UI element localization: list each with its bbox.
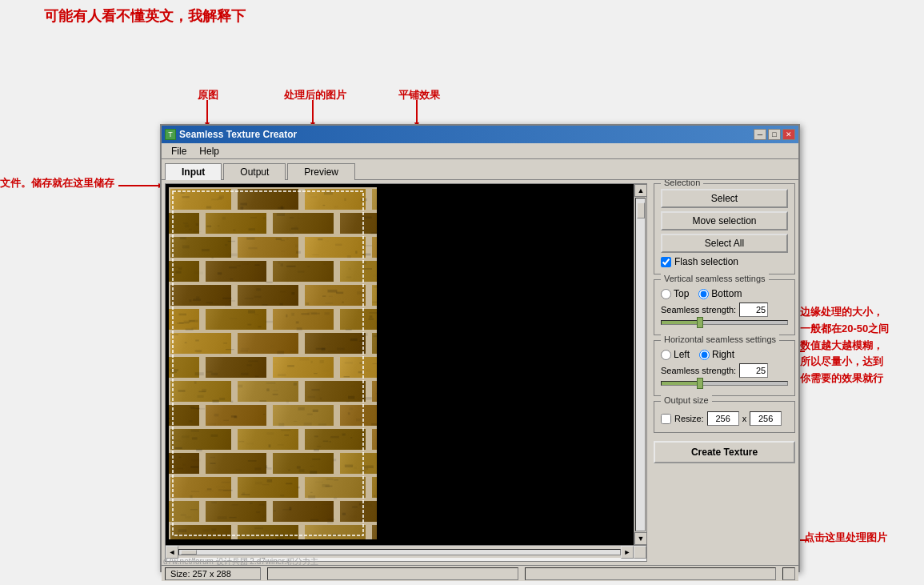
radio-right-label: Right xyxy=(712,349,734,360)
status-section-2 xyxy=(267,567,518,580)
vertical-strength-label: Seamless strength: xyxy=(661,305,736,315)
app-window: T Seamless Texture Creator ─ □ ✕ File He… xyxy=(160,124,800,572)
app-icon: T xyxy=(165,129,176,140)
menu-help[interactable]: Help xyxy=(193,144,226,158)
horizontal-group-label: Horizontal seamless settings xyxy=(661,335,779,344)
horizontal-strength-input[interactable] xyxy=(739,363,768,378)
vertical-strength-input[interactable] xyxy=(739,303,768,317)
ann-original: 原图 xyxy=(198,88,218,102)
h-scroll-thumb[interactable] xyxy=(181,550,197,555)
tab-output[interactable]: Output xyxy=(223,163,286,180)
vertical-radio-row: Top Bottom xyxy=(661,288,788,299)
corner-box xyxy=(634,546,646,559)
radio-top[interactable] xyxy=(661,289,671,299)
ann-border-size: 边缘处理的大小， 一般都在20-50之间 数值越大越模糊， 所以尽量小，达到 你… xyxy=(800,304,889,387)
vertical-slider-fill xyxy=(662,321,699,324)
vertical-group-label: Vertical seamless settings xyxy=(661,274,769,283)
v-scroll-thumb[interactable] xyxy=(637,202,645,218)
resize-label: Resize: xyxy=(674,414,704,423)
close-button[interactable]: ✕ xyxy=(782,129,795,140)
resize-row: Resize: x xyxy=(661,411,788,426)
horizontal-settings-group: Horizontal seamless settings Left Right … xyxy=(654,340,795,396)
brick-image xyxy=(169,187,377,539)
radio-bottom-label: Bottom xyxy=(711,288,742,299)
ann-file: 文件。储存就在这里储存 xyxy=(0,176,114,190)
right-panel: Selection Select Move selection Select A… xyxy=(650,180,798,565)
output-size-group: Output size Resize: x xyxy=(654,401,795,433)
select-button[interactable]: Select xyxy=(661,189,788,208)
radio-top-label: Top xyxy=(674,288,689,299)
move-selection-button[interactable]: Move selection xyxy=(661,211,788,230)
tab-input[interactable]: Input xyxy=(165,163,222,180)
selection-group: Selection Select Move selection Select A… xyxy=(654,183,795,274)
radio-bottom[interactable] xyxy=(698,289,709,299)
h-scroll-track[interactable] xyxy=(178,549,621,555)
menu-file[interactable]: File xyxy=(165,144,193,158)
x-label: x xyxy=(742,414,747,423)
ann-processed: 处理后的图片 xyxy=(284,88,346,102)
scroll-down-button[interactable]: ▼ xyxy=(634,532,646,545)
watermark: d7w.net/forum 设计兵团 2.d7winer.积分力主 xyxy=(163,556,318,567)
select-all-button[interactable]: Select All xyxy=(661,234,788,253)
vertical-slider-track[interactable] xyxy=(661,320,788,325)
tab-preview[interactable]: Preview xyxy=(287,163,355,180)
horizontal-slider-track[interactable] xyxy=(661,381,788,386)
v-scroll-track[interactable] xyxy=(635,198,646,531)
vertical-strength-row: Seamless strength: xyxy=(661,303,788,317)
size-status: Size: 257 x 288 xyxy=(165,567,261,580)
scroll-up-button[interactable]: ▲ xyxy=(634,184,646,197)
width-input[interactable] xyxy=(707,411,739,426)
status-section-4 xyxy=(782,567,795,580)
title-bar: T Seamless Texture Creator ─ □ ✕ xyxy=(162,126,798,143)
horizontal-strength-label: Seamless strength: xyxy=(661,366,736,375)
ann-tile: 平铺效果 xyxy=(398,88,440,102)
flash-selection-row: Flash selection xyxy=(661,256,788,267)
resize-checkbox[interactable] xyxy=(661,414,671,424)
scroll-right-button[interactable]: ► xyxy=(621,546,634,559)
window-title: Seamless Texture Creator xyxy=(179,129,297,140)
radio-left[interactable] xyxy=(661,350,671,360)
vertical-slider-row xyxy=(661,320,788,325)
output-size-label: Output size xyxy=(661,395,712,405)
maximize-button[interactable]: □ xyxy=(768,129,781,140)
flash-selection-checkbox[interactable] xyxy=(661,257,671,267)
selection-group-label: Selection xyxy=(661,180,703,187)
height-input[interactable] xyxy=(750,411,782,426)
ann-click-here: 点击这里处理图片 xyxy=(804,531,887,545)
menu-bar: File Help xyxy=(162,143,798,159)
tab-bar: Input Output Preview xyxy=(162,159,798,180)
canvas-black[interactable]: ▲ ▼ xyxy=(166,184,646,545)
radio-left-label: Left xyxy=(674,349,690,360)
status-bar: Size: 257 x 288 xyxy=(162,565,798,581)
radio-right[interactable] xyxy=(699,350,710,360)
horizontal-slider-thumb[interactable] xyxy=(697,378,703,389)
horizontal-slider-fill xyxy=(662,382,699,385)
horizontal-strength-row: Seamless strength: xyxy=(661,363,788,378)
create-texture-button[interactable]: Create Texture xyxy=(654,441,795,463)
horizontal-slider-row xyxy=(661,381,788,386)
horizontal-radio-row: Left Right xyxy=(661,349,788,360)
vertical-scrollbar[interactable]: ▲ ▼ xyxy=(634,184,646,545)
vertical-slider-thumb[interactable] xyxy=(697,317,703,328)
top-annotation: 可能有人看不懂英文，我解释下 xyxy=(44,6,246,26)
status-section-3 xyxy=(525,567,776,580)
minimize-button[interactable]: ─ xyxy=(754,129,766,140)
canvas-area: ▲ ▼ ◄ ► xyxy=(165,183,647,562)
vertical-settings-group: Vertical seamless settings Top Bottom Se… xyxy=(654,279,795,335)
flash-selection-label: Flash selection xyxy=(674,256,738,267)
